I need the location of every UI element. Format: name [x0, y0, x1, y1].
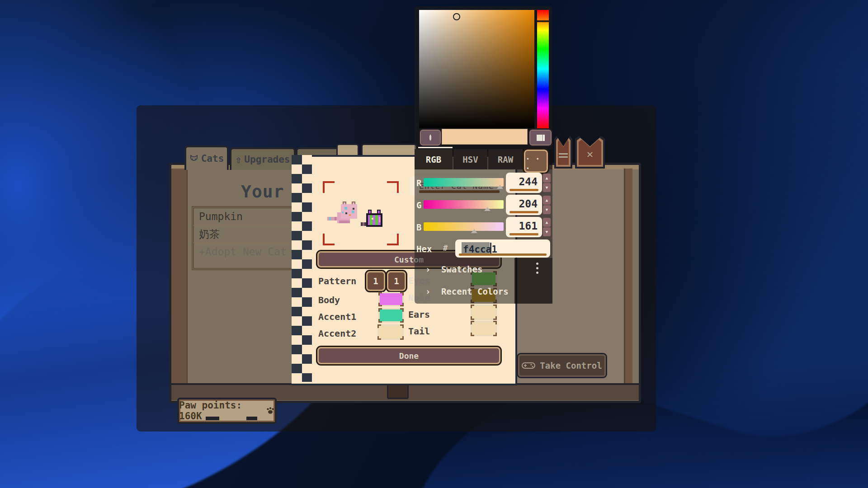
- swatches-section-toggle[interactable]: › Swatches: [425, 264, 482, 274]
- preview-corner-bracket: [387, 234, 399, 245]
- down-chevron-icon: ▼: [546, 230, 548, 234]
- cat-sprites-preview: [326, 199, 393, 233]
- channel-b-spin-down[interactable]: ▼: [543, 227, 551, 236]
- hex-underline: [459, 253, 547, 256]
- channel-r-slider[interactable]: [424, 178, 504, 187]
- notebook-torn-edge: [292, 155, 302, 382]
- picker-tab-rgb-label: RGB: [426, 155, 441, 164]
- tail-color-fill: [472, 322, 495, 335]
- tab-upgrades[interactable]: ⇧ Upgrades: [230, 147, 296, 170]
- sign-notch: [246, 417, 257, 420]
- accent1-label: Accent1: [318, 311, 356, 322]
- channel-g-underline: [509, 211, 538, 213]
- accent2-color-fill: [379, 326, 402, 338]
- picker-tab-rgb[interactable]: RGB: [415, 149, 453, 169]
- picker-more-label: . . .: [525, 152, 547, 171]
- channel-b-underline: [509, 233, 538, 235]
- accent1-color-fill: [380, 310, 402, 321]
- pattern-value-1: 1: [373, 276, 378, 286]
- recent-colors-label: Recent Colors: [441, 286, 509, 296]
- picker-tab-indicator: [418, 147, 453, 148]
- picker-tab-raw[interactable]: RAW: [488, 149, 523, 169]
- channel-b-handle[interactable]: [471, 229, 477, 233]
- tail-label: Tail: [408, 326, 430, 337]
- hue-cursor[interactable]: [537, 20, 549, 22]
- recent-colors-section-toggle[interactable]: › Recent Colors: [425, 286, 509, 296]
- hex-label: Hex: [416, 244, 432, 254]
- channel-r-spin-up[interactable]: ▲: [543, 174, 551, 183]
- gamepad-icon: [522, 361, 535, 370]
- ears-label: Ears: [408, 309, 430, 320]
- tab-cats[interactable]: Cats: [184, 145, 229, 170]
- done-button[interactable]: Done: [317, 347, 500, 364]
- eyedropper-button[interactable]: [420, 130, 441, 145]
- up-chevron-icon: ▲: [546, 176, 548, 180]
- channel-b-spin-up[interactable]: ▲: [543, 218, 551, 227]
- channel-g-spin-up[interactable]: ▲: [543, 196, 551, 205]
- saturation-cursor[interactable]: [453, 13, 460, 20]
- channel-r-spin-down[interactable]: ▼: [543, 183, 551, 192]
- book-right-edge: [624, 169, 632, 383]
- palette-icon: [536, 134, 545, 141]
- ears-color-fill: [472, 306, 495, 319]
- channel-g-label: G: [416, 200, 421, 210]
- notebook-torn-edge: [302, 155, 312, 382]
- accent2-label: Accent2: [318, 328, 356, 339]
- up-chevron-icon: ▲: [546, 220, 548, 225]
- body-color-swatch[interactable]: [378, 292, 404, 306]
- accent2-color-swatch[interactable]: [377, 324, 404, 340]
- ears-color-swatch[interactable]: [471, 305, 497, 320]
- hash-sign: #: [443, 244, 448, 253]
- channel-r-label: R: [416, 178, 421, 188]
- tail-color-swatch[interactable]: [471, 321, 497, 336]
- body-label: Body: [318, 295, 340, 305]
- swatches-label: Swatches: [441, 264, 483, 274]
- accent1-color-swatch[interactable]: [378, 308, 404, 323]
- pattern-stepper-1[interactable]: 1: [366, 271, 385, 291]
- tab-upgrades-label: Upgrades: [244, 154, 290, 165]
- paw-icon: [266, 406, 275, 415]
- pattern-value-2: 1: [394, 276, 399, 286]
- picker-more-button[interactable]: . . .: [524, 150, 548, 173]
- desktop: Cats ⇧ Upgrades ✕ Your C Pumpkin 奶茶 +Ado…: [0, 0, 868, 488]
- selected-color-preview: [442, 129, 528, 145]
- preview-corner-bracket: [323, 181, 335, 193]
- palette-button[interactable]: [529, 130, 552, 145]
- down-chevron-icon: ▼: [546, 185, 548, 190]
- chevron-right-icon: ›: [425, 264, 430, 274]
- picker-tab-hsv-label: HSV: [462, 155, 478, 164]
- kebab-menu-icon[interactable]: [536, 263, 538, 276]
- pattern-stepper-2[interactable]: 1: [387, 271, 406, 291]
- paw-points-badge: Paw points: 160K: [177, 398, 277, 424]
- picker-tab-hsv[interactable]: HSV: [453, 149, 487, 169]
- take-control-label: Take Control: [540, 361, 602, 371]
- up-chevron-icon: ▲: [546, 198, 548, 202]
- close-x-icon: ✕: [575, 148, 605, 160]
- eyedropper-icon: [428, 134, 433, 142]
- take-control-button[interactable]: Take Control: [518, 354, 606, 377]
- channel-b-label: B: [416, 222, 421, 232]
- book-spine: [171, 169, 189, 383]
- saturation-gradient[interactable]: [419, 10, 534, 128]
- picker-tab-raw-label: RAW: [498, 155, 513, 164]
- menu-lines-icon: [559, 156, 568, 158]
- tab-cats-label: Cats: [201, 153, 224, 164]
- hue-slider[interactable]: [537, 10, 549, 128]
- channel-g-spin-down[interactable]: ▼: [543, 205, 551, 214]
- chevron-right-icon: ›: [425, 286, 430, 296]
- channel-g-slider[interactable]: [424, 200, 504, 209]
- picker-footer-block: [517, 258, 552, 304]
- sign-notch: [206, 417, 219, 420]
- preview-corner-bracket: [323, 234, 335, 245]
- body-color-fill: [380, 293, 402, 305]
- cat-face-icon: [189, 155, 198, 163]
- channel-g-handle[interactable]: [484, 207, 491, 211]
- book-handle: [387, 383, 409, 399]
- channel-b-slider[interactable]: [424, 222, 504, 231]
- done-button-label: Done: [399, 351, 419, 361]
- channel-r-underline: [509, 189, 538, 191]
- channel-r-handle[interactable]: [497, 185, 503, 189]
- pattern-label: Pattern: [318, 276, 356, 286]
- text-cursor: [490, 243, 491, 255]
- up-arrow-icon: ⇧: [235, 154, 241, 165]
